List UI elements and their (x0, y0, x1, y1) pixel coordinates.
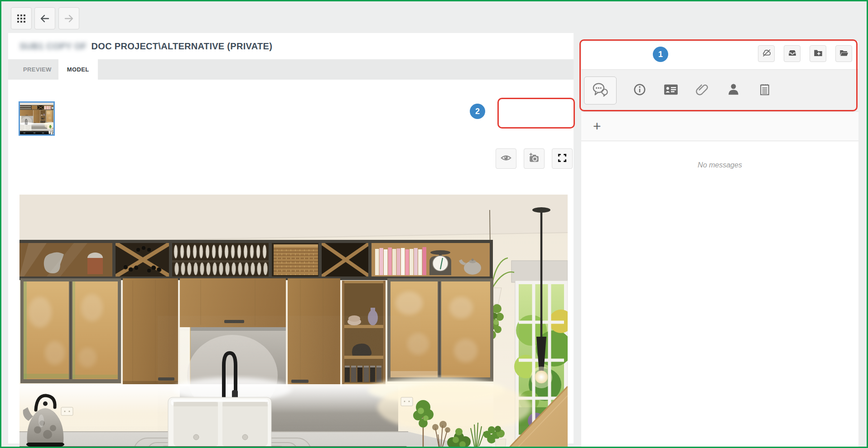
tab-contact-card[interactable] (663, 81, 679, 100)
add-folder-button[interactable] (810, 45, 826, 62)
tab-attachments[interactable] (694, 81, 710, 100)
arrow-left-icon (39, 13, 50, 24)
view-tab-strip: PREVIEW MODEL (8, 59, 574, 80)
app-window: SUB1 COPY OF DOC PROJECT\ALTERNATIVE (PR… (0, 0, 868, 448)
fullscreen-icon (556, 152, 568, 166)
offline-sync-button[interactable] (758, 45, 775, 62)
forward-button[interactable] (58, 7, 79, 29)
arrow-right-icon (63, 13, 74, 24)
inbox-icon (787, 48, 797, 60)
snapshot-button[interactable] (524, 148, 545, 169)
folder-add-icon (813, 48, 823, 60)
tab-notes[interactable] (757, 81, 773, 100)
tab-info[interactable] (632, 81, 648, 100)
annotation-badge-2: 2 (470, 104, 485, 119)
contact-card-icon (663, 83, 679, 98)
annotation-badge-1: 1 (653, 47, 668, 62)
project-title-redacted: SUB1 COPY OF (19, 41, 87, 52)
folder-open-icon (839, 48, 849, 60)
panel-header (581, 41, 858, 70)
inbox-button[interactable] (784, 45, 800, 62)
message-actions-row: + (581, 112, 858, 141)
model-render-viewport[interactable] (19, 195, 568, 448)
eye-icon (500, 152, 512, 166)
project-panel: SUB1 COPY OF DOC PROJECT\ALTERNATIVE (PR… (8, 33, 574, 443)
collaboration-panel: + No messages (581, 41, 858, 443)
open-folder-button[interactable] (835, 45, 852, 62)
fullscreen-button[interactable] (552, 148, 573, 169)
tab-preview[interactable]: PREVIEW (16, 59, 58, 80)
cloud-offline-icon (762, 48, 772, 60)
messages-area: No messages (581, 141, 858, 448)
add-message-button[interactable]: + (589, 119, 605, 134)
page-title: DOC PROJECT\ALTERNATIVE (PRIVATE) (92, 41, 273, 52)
tab-comments[interactable] (584, 76, 617, 105)
comments-icon (592, 82, 609, 99)
tab-model[interactable]: MODEL (58, 59, 98, 80)
notepad-icon (758, 82, 772, 99)
panel-tab-bar (581, 70, 858, 112)
back-button[interactable] (34, 7, 55, 29)
person-icon (726, 82, 741, 99)
info-icon (632, 82, 647, 99)
apps-grid-icon (17, 14, 25, 23)
camera-add-icon (528, 152, 540, 166)
project-title-row: SUB1 COPY OF DOC PROJECT\ALTERNATIVE (PR… (8, 33, 574, 59)
model-view-content (8, 80, 574, 443)
visibility-button[interactable] (496, 148, 516, 169)
paperclip-icon (694, 82, 710, 99)
empty-state-text: No messages (698, 161, 742, 169)
tab-people[interactable] (725, 81, 742, 100)
camera-view-thumbnail[interactable] (19, 101, 55, 136)
apps-grid-button[interactable] (11, 7, 32, 29)
